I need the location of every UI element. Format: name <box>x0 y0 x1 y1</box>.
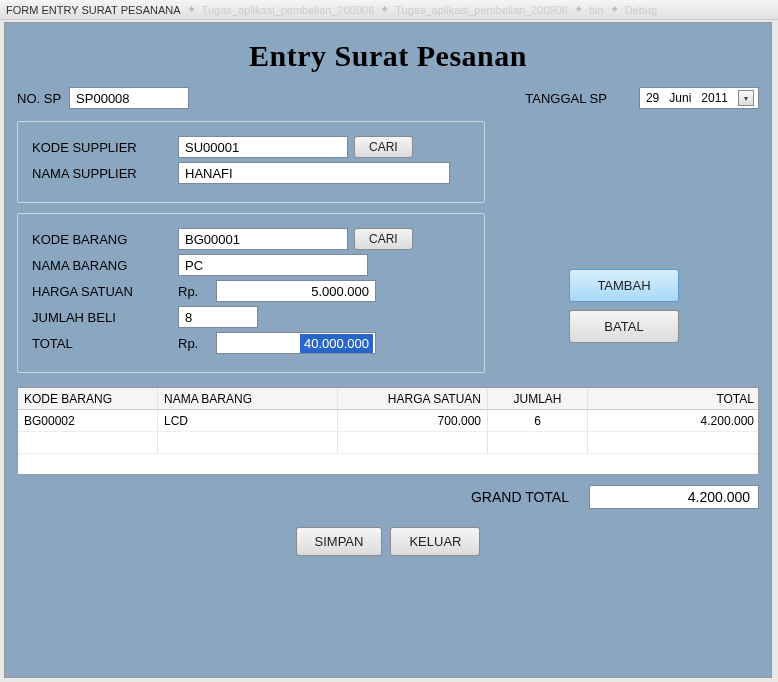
total-input[interactable]: 40.000.000 <box>216 332 376 354</box>
jumlah-beli-input[interactable] <box>178 306 258 328</box>
cell-kode: BG00002 <box>18 410 158 431</box>
cari-supplier-button[interactable]: CARI <box>354 136 413 158</box>
cari-barang-button[interactable]: CARI <box>354 228 413 250</box>
tab-4[interactable]: Debug <box>625 4 657 16</box>
no-sp-input[interactable] <box>69 87 189 109</box>
batal-button[interactable]: BATAL <box>569 310 679 343</box>
no-sp-label: NO. SP <box>17 91 61 106</box>
total-label: TOTAL <box>32 336 172 351</box>
side-buttons: TAMBAH BATAL <box>569 269 679 343</box>
grand-total-label: GRAND TOTAL <box>471 489 569 505</box>
items-table: KODE BARANG NAMA BARANG HARGA SATUAN JUM… <box>17 387 759 475</box>
harga-satuan-input[interactable] <box>216 280 376 302</box>
date-day: 29 <box>646 91 659 105</box>
date-year: 2011 <box>701 91 728 105</box>
grand-total-input[interactable] <box>589 485 759 509</box>
page-title: Entry Surat Pesanan <box>17 39 759 73</box>
chevron-down-icon[interactable]: ▾ <box>738 90 754 106</box>
col-kode-barang[interactable]: KODE BARANG <box>18 388 158 409</box>
tambah-button[interactable]: TAMBAH <box>569 269 679 302</box>
tab-separator: ✦ <box>380 3 389 16</box>
cell-total: 4.200.000 <box>588 410 760 431</box>
cell-jumlah: 6 <box>488 410 588 431</box>
kode-barang-label: KODE BARANG <box>32 232 172 247</box>
tab-separator: ✦ <box>187 3 196 16</box>
rp-label: Rp. <box>178 336 210 351</box>
tab-1[interactable]: Tugas_aplikasi_pembelian_200908 <box>202 4 375 16</box>
harga-satuan-label: HARGA SATUAN <box>32 284 172 299</box>
col-total[interactable]: TOTAL <box>588 388 760 409</box>
form-window: Entry Surat Pesanan NO. SP TANGGAL SP 29… <box>4 22 772 678</box>
table-row[interactable]: BG00002 LCD 700.000 6 4.200.000 <box>18 410 758 432</box>
header-row: NO. SP TANGGAL SP 29 Juni 2011 ▾ <box>17 87 759 109</box>
col-jumlah[interactable]: JUMLAH <box>488 388 588 409</box>
barang-group: KODE BARANG CARI NAMA BARANG HARGA SATUA… <box>17 213 485 373</box>
window-title-bar: FORM ENTRY SURAT PESANANA ✦ Tugas_aplika… <box>0 0 778 20</box>
tanggal-sp-datepicker[interactable]: 29 Juni 2011 ▾ <box>639 87 759 109</box>
jumlah-beli-label: JUMLAH BELI <box>32 310 172 325</box>
table-row-empty <box>18 432 758 454</box>
window-title: FORM ENTRY SURAT PESANANA <box>6 4 181 16</box>
col-nama-barang[interactable]: NAMA BARANG <box>158 388 338 409</box>
bottom-buttons: SIMPAN KELUAR <box>17 527 759 556</box>
date-month: Juni <box>669 91 691 105</box>
col-harga-satuan[interactable]: HARGA SATUAN <box>338 388 488 409</box>
tab-3[interactable]: bin <box>589 4 604 16</box>
kode-supplier-label: KODE SUPPLIER <box>32 140 172 155</box>
rp-label: Rp. <box>178 284 210 299</box>
kode-supplier-input[interactable] <box>178 136 348 158</box>
nama-barang-label: NAMA BARANG <box>32 258 172 273</box>
simpan-button[interactable]: SIMPAN <box>296 527 383 556</box>
supplier-group: KODE SUPPLIER CARI NAMA SUPPLIER <box>17 121 485 203</box>
kode-barang-input[interactable] <box>178 228 348 250</box>
tab-2[interactable]: Tugas_aplikasi_pembelian_200908 <box>395 4 568 16</box>
nama-barang-input[interactable] <box>178 254 368 276</box>
total-value-selected: 40.000.000 <box>300 334 373 353</box>
cell-nama: LCD <box>158 410 338 431</box>
keluar-button[interactable]: KELUAR <box>390 527 480 556</box>
cell-harga: 700.000 <box>338 410 488 431</box>
tab-separator: ✦ <box>610 3 619 16</box>
tanggal-sp-label: TANGGAL SP <box>525 91 607 106</box>
table-header: KODE BARANG NAMA BARANG HARGA SATUAN JUM… <box>18 388 758 410</box>
grand-total-row: GRAND TOTAL <box>17 485 759 509</box>
nama-supplier-input[interactable] <box>178 162 450 184</box>
nama-supplier-label: NAMA SUPPLIER <box>32 166 172 181</box>
tab-separator: ✦ <box>574 3 583 16</box>
